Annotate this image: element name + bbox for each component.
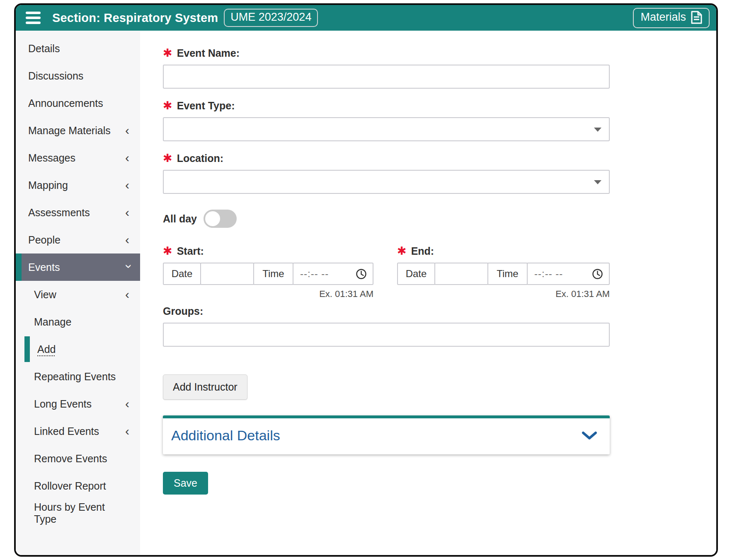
sidebar-item-label: People: [28, 234, 61, 246]
sidebar-item-label: Remove Events: [34, 453, 107, 465]
add-event-form: ✱ Event Name: ✱ Event Type:: [140, 31, 716, 555]
page-title: Section: Respiratory System: [52, 11, 218, 25]
select-caret-icon: [594, 180, 601, 184]
sidebar-item-label: View: [34, 289, 56, 301]
location-select[interactable]: [163, 170, 610, 194]
start-time-addon: Time: [253, 263, 293, 285]
sidebar-item-label: Manage: [34, 316, 71, 328]
required-asterisk-icon: ✱: [163, 153, 172, 164]
end-time-input[interactable]: --:-- --: [527, 263, 610, 285]
sidebar-item-details[interactable]: Details: [16, 35, 140, 62]
sidebar-item-label: Messages: [28, 152, 75, 164]
sidebar-item-announcements[interactable]: Announcements: [16, 89, 140, 117]
materials-button[interactable]: Materials: [633, 8, 710, 28]
sidebar-item-events-add[interactable]: Add: [16, 336, 140, 363]
required-asterisk-icon: ✱: [163, 246, 172, 257]
chevron-left-icon: ‹: [125, 288, 129, 301]
sidebar-item-messages[interactable]: Messages‹: [16, 144, 140, 171]
clock-icon: [592, 268, 603, 280]
chevron-left-icon: ‹: [125, 206, 129, 219]
event-name-label: Event Name:: [177, 47, 240, 59]
start-date-addon: Date: [163, 263, 201, 285]
required-asterisk-icon: ✱: [163, 48, 172, 59]
groups-label: Groups:: [163, 305, 610, 317]
sidebar-item-label: Rollover Report: [34, 480, 106, 492]
sidebar-item-hours-by-event-type[interactable]: Hours by Event Type: [16, 500, 140, 527]
sidebar-item-label: Announcements: [28, 97, 103, 109]
sidebar-nav: Details Discussions Announcements Manage…: [16, 31, 140, 555]
materials-button-label: Materials: [640, 11, 686, 24]
chevron-left-icon: ‹: [125, 425, 129, 437]
end-date-input[interactable]: [434, 263, 488, 285]
required-asterisk-icon: ✱: [163, 100, 172, 111]
sidebar-item-mapping[interactable]: Mapping‹: [16, 171, 140, 199]
end-time-addon: Time: [487, 263, 528, 285]
end-time-placeholder: --:-- --: [534, 268, 563, 280]
event-type-select[interactable]: [163, 117, 610, 141]
sidebar-item-rollover-report[interactable]: Rollover Report: [16, 472, 140, 500]
sidebar-item-events-manage[interactable]: Manage: [16, 308, 140, 336]
sidebar-item-events[interactable]: Events‹: [16, 253, 140, 281]
sidebar-item-remove-events[interactable]: Remove Events: [16, 445, 140, 472]
start-date-input[interactable]: [200, 263, 254, 285]
sidebar-item-discussions[interactable]: Discussions: [16, 62, 140, 89]
chevron-left-icon: ‹: [125, 234, 129, 246]
sidebar-item-label: Discussions: [28, 70, 83, 82]
sidebar-item-label: Assessments: [28, 207, 90, 219]
end-date-addon: Date: [397, 263, 435, 285]
sidebar-item-assessments[interactable]: Assessments‹: [16, 199, 140, 226]
chevron-down-icon: ‹: [121, 264, 133, 268]
sidebar-item-label: Events: [28, 261, 60, 273]
event-type-label: Event Type:: [177, 100, 235, 112]
additional-details-panel[interactable]: Additional Details: [163, 415, 610, 454]
add-instructor-button[interactable]: Add Instructor: [163, 374, 247, 400]
location-label: Location:: [177, 152, 224, 164]
all-day-label: All day: [163, 213, 197, 225]
chevron-left-icon: ‹: [125, 179, 129, 191]
all-day-toggle[interactable]: [204, 210, 237, 228]
chevron-left-icon: ‹: [125, 152, 129, 164]
hamburger-menu-icon[interactable]: [26, 12, 41, 24]
chevron-left-icon: ‹: [125, 398, 129, 410]
header-bar: Section: Respiratory System UME 2023/202…: [16, 5, 716, 31]
chevron-down-icon: [582, 431, 597, 440]
sidebar-item-repeating-events[interactable]: Repeating Events: [16, 363, 140, 390]
sidebar-item-linked-events[interactable]: Linked Events‹: [16, 418, 140, 445]
start-time-placeholder: --:-- --: [300, 268, 329, 280]
end-label: End:: [411, 245, 434, 257]
start-label: Start:: [177, 245, 204, 257]
required-asterisk-icon: ✱: [397, 246, 407, 257]
sidebar-item-people[interactable]: People‹: [16, 226, 140, 253]
clock-icon: [356, 268, 367, 280]
sidebar-item-label: Manage Materials: [28, 125, 111, 137]
sidebar-item-events-view[interactable]: View‹: [16, 281, 140, 308]
sidebar-item-manage-materials[interactable]: Manage Materials‹: [16, 117, 140, 144]
select-caret-icon: [594, 128, 601, 132]
sidebar-item-label: Mapping: [28, 179, 68, 191]
sidebar-item-label: Add: [37, 343, 56, 355]
save-button[interactable]: Save: [163, 472, 208, 495]
additional-details-label: Additional Details: [171, 427, 280, 444]
sidebar-item-label: Details: [28, 43, 60, 55]
groups-input[interactable]: [163, 323, 610, 347]
sidebar-item-label: Hours by Event Type: [34, 501, 129, 525]
chevron-left-icon: ‹: [125, 124, 129, 137]
start-time-input[interactable]: --:-- --: [293, 263, 373, 285]
start-time-hint: Ex. 01:31 AM: [163, 289, 373, 299]
event-name-input[interactable]: [163, 65, 610, 89]
document-icon: [691, 11, 702, 24]
sidebar-item-label: Long Events: [34, 398, 92, 410]
curriculum-period-badge: UME 2023/2024: [224, 9, 318, 27]
sidebar-item-label: Linked Events: [34, 425, 99, 437]
sidebar-item-label: Repeating Events: [34, 371, 116, 383]
end-time-hint: Ex. 01:31 AM: [397, 289, 610, 299]
app-window: Section: Respiratory System UME 2023/202…: [14, 3, 718, 557]
sidebar-item-long-events[interactable]: Long Events‹: [16, 390, 140, 418]
